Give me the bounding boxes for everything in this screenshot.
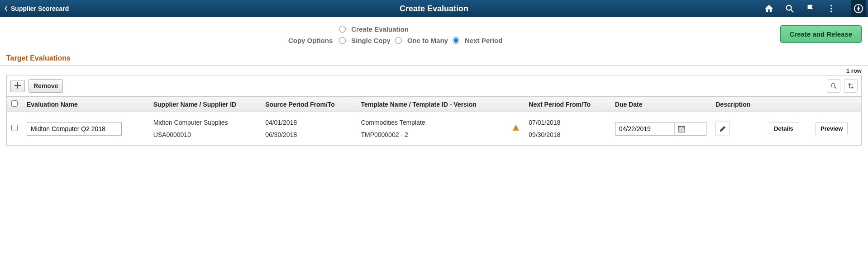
page-title: Create Evaluation [400, 4, 468, 14]
table-row: Midton Computer Supplies USA0000010 04/0… [7, 112, 861, 146]
due-date-input[interactable] [615, 122, 674, 135]
calendar-icon[interactable] [674, 123, 688, 135]
data-grid: Evaluation Name Supplier Name / Supplier… [7, 96, 861, 146]
one-to-many-radio[interactable] [395, 37, 402, 44]
back-link[interactable]: Supplier Scorecard [4, 5, 69, 12]
grid-sort-button[interactable] [844, 79, 858, 93]
back-link-label: Supplier Scorecard [11, 5, 69, 12]
pencil-icon [719, 125, 726, 132]
svg-point-0 [787, 5, 792, 10]
svg-point-18 [681, 130, 682, 131]
svg-point-2 [830, 5, 832, 7]
svg-line-7 [835, 87, 836, 89]
sort-icon [847, 82, 854, 89]
template-id-version: TMP0000002 - 2 [361, 129, 503, 141]
edit-description-button[interactable] [715, 122, 730, 136]
select-all-checkbox[interactable] [11, 100, 18, 107]
grid-toolbar: Remove [7, 75, 861, 96]
details-button[interactable]: Details [769, 122, 798, 135]
source-period-to: 06/30/2018 [265, 129, 352, 141]
radio-group: Create Evaluation Copy Options Single Co… [284, 25, 502, 48]
svg-point-15 [681, 129, 682, 130]
svg-point-3 [830, 8, 832, 9]
svg-rect-9 [516, 129, 517, 130]
evaluation-name-input[interactable] [27, 122, 122, 136]
supplier-id: USA0000010 [153, 129, 257, 141]
col-due-date[interactable]: Due Date [610, 97, 711, 112]
one-to-many-label: One to Many [407, 37, 448, 44]
col-description[interactable]: Description [711, 97, 764, 112]
svg-point-4 [830, 11, 832, 13]
nav-compass-icon[interactable] [851, 0, 866, 17]
copy-options-row: Copy Options Single Copy One to Many Nex… [284, 37, 502, 44]
svg-point-14 [679, 129, 680, 130]
svg-rect-8 [516, 127, 517, 129]
preview-button[interactable]: Preview [816, 122, 848, 135]
grid-search-button[interactable] [827, 79, 840, 93]
flag-icon[interactable] [806, 4, 816, 14]
create-and-release-button[interactable]: Create and Release [780, 25, 862, 43]
due-date-field [615, 122, 706, 136]
single-copy-radio[interactable] [339, 37, 346, 44]
next-period-to: 09/30/2018 [529, 129, 606, 141]
more-icon[interactable] [826, 4, 836, 14]
chevron-left-icon [4, 5, 8, 12]
template-name: Commodities Template [361, 117, 503, 129]
single-copy-label: Single Copy [351, 37, 391, 44]
create-evaluation-radio[interactable] [339, 26, 346, 33]
source-period-from: 04/01/2018 [265, 117, 352, 129]
home-icon[interactable] [764, 4, 774, 14]
create-evaluation-row: Create Evaluation [284, 25, 502, 33]
next-period-label: Next Period [465, 37, 502, 44]
search-icon[interactable] [785, 4, 795, 14]
grid: Remove Evaluation Name Supplier Name / S… [6, 75, 862, 146]
row-checkbox[interactable] [11, 125, 18, 131]
col-eval-name[interactable]: Evaluation Name [22, 97, 149, 112]
options-area: Create Evaluation Copy Options Single Co… [0, 17, 868, 52]
add-row-button[interactable] [10, 80, 25, 92]
svg-line-1 [791, 10, 794, 13]
next-period-radio[interactable] [453, 37, 459, 44]
row-count: 1 row [0, 66, 868, 75]
next-period-from: 07/01/2018 [529, 117, 606, 129]
svg-point-17 [679, 130, 680, 131]
svg-point-16 [682, 129, 683, 130]
app-header: Supplier Scorecard Create Evaluation [0, 0, 868, 17]
search-icon [830, 82, 837, 89]
col-supplier[interactable]: Supplier Name / Supplier ID [149, 97, 261, 112]
copy-options-label: Copy Options [284, 37, 333, 44]
warning-icon[interactable] [512, 126, 520, 133]
col-source-period[interactable]: Source Period From/To [261, 97, 356, 112]
svg-point-6 [831, 84, 835, 87]
col-template[interactable]: Template Name / Template ID - Version [356, 97, 508, 112]
create-evaluation-label: Create Evaluation [351, 25, 409, 33]
supplier-name: Midton Computer Supplies [153, 117, 257, 129]
remove-button[interactable]: Remove [29, 79, 63, 93]
col-next-period[interactable]: Next Period From/To [524, 97, 610, 112]
section-title: Target Evaluations [0, 52, 868, 66]
plus-icon [14, 82, 21, 89]
header-icons [764, 3, 864, 14]
